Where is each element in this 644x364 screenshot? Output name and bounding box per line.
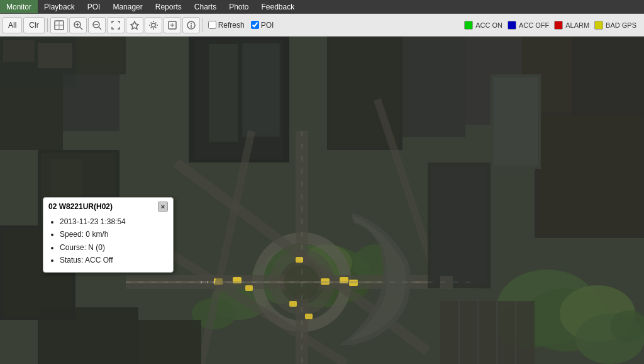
svg-rect-27	[402, 37, 465, 137]
export-button[interactable]	[164, 17, 181, 33]
refresh-label[interactable]: Refresh	[218, 21, 245, 30]
info-button[interactable]	[182, 17, 200, 33]
svg-line-2	[80, 27, 82, 30]
menu-bar: Monitor Playback POI Manager Reports Cha…	[0, 0, 644, 14]
svg-rect-67	[289, 301, 297, 307]
svg-rect-68	[245, 285, 253, 291]
menu-monitor[interactable]: Monitor	[0, 0, 38, 13]
svg-rect-23	[209, 44, 238, 142]
acc-on-label: ACC ON	[475, 21, 502, 29]
svg-rect-16	[38, 43, 72, 68]
svg-rect-80	[431, 166, 487, 285]
bad-gps-dot	[594, 21, 603, 30]
svg-rect-31	[0, 87, 63, 150]
svg-rect-82	[440, 301, 535, 364]
poi-checkbox[interactable]	[251, 21, 259, 29]
svg-rect-36	[494, 77, 538, 166]
popup-header: 02 W8221UR(H02) ×	[48, 202, 168, 212]
popup-details: 2013-11-23 1:38:54 Speed: 0 km/h Course:…	[48, 215, 168, 267]
legend-acc-off: ACC OFF	[508, 21, 549, 30]
toolbar-separator-2	[203, 18, 203, 32]
svg-rect-32	[63, 74, 119, 131]
all-button[interactable]: All	[3, 17, 22, 33]
svg-point-8	[152, 23, 155, 27]
svg-rect-76	[38, 307, 138, 364]
poi-control: POI	[248, 21, 277, 30]
bad-gps-label: BAD GPS	[606, 21, 636, 29]
menu-manager[interactable]: Manager	[106, 0, 148, 13]
menu-feedback[interactable]: Feedback	[255, 0, 301, 13]
legend-alarm: ALARM	[554, 21, 589, 30]
zoom-out-button[interactable]	[88, 17, 106, 33]
popup-speed: Speed: 0 km/h	[60, 228, 168, 241]
popup-title: 02 W8221UR(H02)	[48, 202, 113, 211]
svg-rect-77	[138, 320, 201, 364]
settings-button[interactable]	[145, 17, 162, 33]
acc-on-dot	[464, 21, 473, 30]
info-popup: 02 W8221UR(H02) × 2013-11-23 1:38:54 Spe…	[43, 197, 174, 273]
svg-rect-66	[305, 314, 313, 319]
zoom-in-button[interactable]	[69, 17, 87, 33]
legend-bad-gps: BAD GPS	[594, 21, 636, 30]
svg-rect-34	[538, 115, 641, 235]
svg-line-6	[99, 27, 101, 30]
menu-charts[interactable]: Charts	[188, 0, 223, 13]
fullscreen-button[interactable]	[107, 17, 125, 33]
poi-label[interactable]: POI	[261, 21, 274, 30]
popup-datetime: 2013-11-23 1:38:54	[60, 215, 168, 228]
popup-course: Course: N (0)	[60, 241, 168, 254]
map-icon-button[interactable]	[50, 17, 68, 33]
toolbar: All Clr Refresh POI ACC ON	[0, 14, 644, 37]
acc-off-label: ACC OFF	[519, 21, 549, 29]
toolbar-separator-1	[47, 18, 48, 32]
menu-poi[interactable]: POI	[81, 0, 107, 13]
legend: ACC ON ACC OFF ALARM BAD GPS	[464, 21, 641, 30]
popup-close-button[interactable]: ×	[158, 202, 168, 212]
svg-point-12	[191, 23, 192, 24]
alarm-label: ALARM	[565, 21, 589, 29]
menu-reports[interactable]: Reports	[149, 0, 188, 13]
popup-status: Status: ACC Off	[60, 254, 168, 266]
acc-off-dot	[508, 21, 516, 30]
svg-rect-15	[3, 40, 35, 62]
refresh-control: Refresh	[206, 21, 247, 30]
menu-playback[interactable]: Playback	[38, 0, 81, 13]
svg-rect-18	[79, 40, 123, 71]
svg-rect-24	[243, 44, 279, 135]
alarm-dot	[554, 21, 563, 30]
menu-photo[interactable]: Photo	[223, 0, 255, 13]
map-area[interactable]: 02 W8221UR(H02) × 2013-11-23 1:38:54 Spe…	[0, 37, 644, 364]
refresh-checkbox[interactable]	[208, 21, 216, 29]
track-button[interactable]	[126, 17, 143, 33]
clr-button[interactable]: Clr	[23, 17, 44, 33]
legend-acc-on: ACC ON	[464, 21, 502, 30]
svg-rect-30	[572, 37, 644, 118]
